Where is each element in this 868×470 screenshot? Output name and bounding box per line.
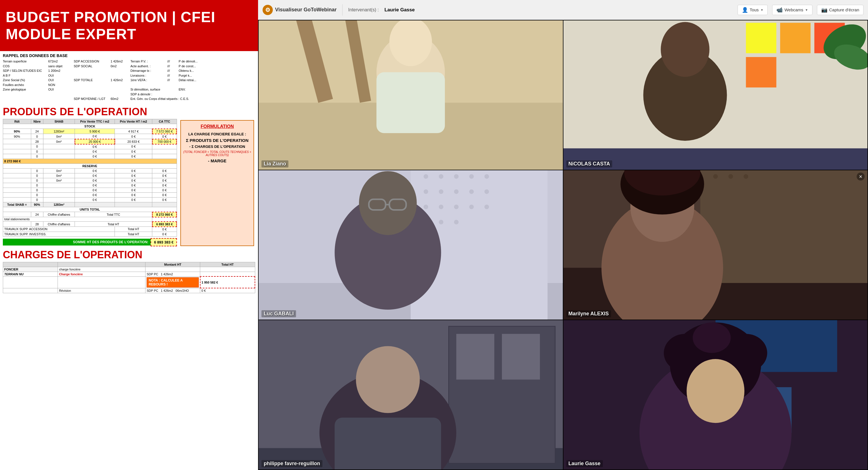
webcam-lia: Lia Ziano bbox=[258, 21, 563, 170]
cam-marilyne-label: Marilyne ALEXIS bbox=[566, 310, 611, 317]
svg-point-47 bbox=[359, 171, 417, 235]
budget-banner: BUDGET PROMOTION | CFEI MODULE EXPERT bbox=[0, 0, 258, 51]
col-ca-ttc: CA TTC bbox=[152, 119, 177, 124]
table-row: 00 €0 € bbox=[3, 144, 177, 149]
produits-section: PRODUITS DE L'OPERATION bbox=[0, 104, 258, 119]
capture-label: Capture d'écran bbox=[829, 7, 859, 12]
webinar-toolbar: ⚙ Visualiseur GoToWebinar Intervenant(s)… bbox=[258, 0, 868, 20]
cam-laurie-label: Laurie Gasse bbox=[566, 460, 603, 467]
svg-point-35 bbox=[454, 189, 459, 194]
budget-title: BUDGET PROMOTION | CFEI MODULE EXPERT bbox=[6, 9, 216, 42]
screenshot-icon: 📷 bbox=[821, 7, 828, 13]
svg-point-41 bbox=[469, 205, 474, 209]
produits-table-area: Rdt Nbre SHAB Prix Vente TTC / m2 Prix V… bbox=[3, 119, 177, 247]
cam-lia-label: Lia Ziano bbox=[261, 160, 288, 168]
travaux-acc-row: TRAVAUX SUPP. ACCESSION Total HT 0 € bbox=[3, 227, 177, 232]
svg-rect-53 bbox=[700, 170, 867, 283]
charges-table-area: Montant HT Total HT FONCIER charge fonci… bbox=[0, 261, 258, 294]
close-marilyne-btn[interactable]: × bbox=[857, 173, 865, 180]
formulation-title: FORMULATION bbox=[183, 124, 251, 129]
svg-point-45 bbox=[454, 220, 459, 225]
chevron-down-icon-2: ▼ bbox=[805, 8, 808, 12]
units-header: UNITS TOTAL bbox=[3, 207, 177, 212]
webcam-grid: Lia Ziano N bbox=[258, 20, 868, 470]
svg-point-32 bbox=[484, 174, 489, 179]
reserve-subtotal: 8 272 060 € bbox=[3, 159, 177, 164]
webcam-laurie: Laurie Gasse bbox=[563, 320, 868, 469]
charges-section: CHARGES DE L'OPERATION bbox=[0, 247, 258, 261]
col-rdt: Rdt bbox=[3, 119, 31, 124]
svg-point-90 bbox=[686, 359, 744, 423]
svg-rect-6 bbox=[377, 72, 445, 134]
produits-title: PRODUITS DE L'OPERATION bbox=[3, 106, 255, 118]
tous-button[interactable]: 👤 Tous ▼ bbox=[738, 5, 768, 15]
formulation-line4: (TOTAL FONCIER + TOTAL COUTS TECHNIQUES … bbox=[183, 150, 251, 157]
svg-rect-76 bbox=[456, 334, 494, 380]
rappel-section: RAPPEL DES DONNEES DE BASE Terrain super… bbox=[0, 51, 258, 104]
table-row: 00 €0 € bbox=[3, 149, 177, 154]
formulation-line2: Σ PRODUITS DE L'OPERATION bbox=[183, 138, 251, 143]
camera-icon: 📹 bbox=[776, 7, 783, 13]
svg-point-31 bbox=[469, 174, 474, 179]
presenter-label: Intervenant(s) : bbox=[348, 7, 379, 12]
terrain-value: 1 950 582 € bbox=[200, 276, 255, 288]
person-icon: 👤 bbox=[742, 7, 748, 13]
formulation-line3: - Σ CHARGES DE L'OPERATION bbox=[183, 144, 251, 149]
webinar-panel: ⚙ Visualiseur GoToWebinar Intervenant(s)… bbox=[258, 0, 868, 470]
svg-point-68 bbox=[744, 174, 748, 179]
chevron-down-icon: ▼ bbox=[761, 8, 764, 12]
col-pv-ttc: Prix Vente TTC / m2 bbox=[75, 119, 115, 124]
table-row: 00 €0 €0 € bbox=[3, 187, 177, 193]
capture-button[interactable]: 📷 Capture d'écran bbox=[817, 5, 864, 15]
svg-rect-12 bbox=[746, 23, 776, 53]
produits-content: Rdt Nbre SHAB Prix Vente TTC / m2 Prix V… bbox=[0, 119, 258, 247]
ca-ttc-row: 24 Chiffre d'affaires Total TTC 8 272 06… bbox=[3, 212, 177, 217]
produits-table: Rdt Nbre SHAB Prix Vente TTC / m2 Prix V… bbox=[3, 119, 177, 237]
svg-point-30 bbox=[454, 174, 459, 179]
svg-point-17 bbox=[661, 22, 710, 77]
formulation-box: FORMULATION LA CHARGE FONCIERE EGALE : Σ… bbox=[180, 120, 254, 246]
presenter-name: Laurie Gasse bbox=[384, 7, 415, 13]
formulation-line1: LA CHARGE FONCIERE EGALE : bbox=[183, 132, 251, 136]
svg-point-29 bbox=[439, 174, 443, 179]
charges-table: Montant HT Total HT FONCIER charge fonci… bbox=[3, 262, 255, 293]
col-shab: SHAB bbox=[43, 119, 74, 124]
webcams-button[interactable]: 📹 Webcams ▼ bbox=[772, 5, 812, 15]
svg-point-28 bbox=[424, 174, 428, 179]
table-row: 00m²0 €0 €0 € bbox=[3, 173, 177, 178]
svg-point-36 bbox=[469, 189, 474, 194]
cam-luc-label: Luc GABALI bbox=[261, 310, 296, 317]
revision-row: Révision SDP PC 1 426m2 06m/2HO 0 € bbox=[3, 288, 255, 293]
somme-label: SOMME HT DES PRODUITS DE L'OPERATION: bbox=[3, 239, 151, 245]
toolbar-divider bbox=[342, 4, 343, 16]
webinar-logo: ⚙ Visualiseur GoToWebinar bbox=[262, 5, 337, 15]
stock-header: STOCK bbox=[3, 124, 177, 129]
table-row: 90% 0 0m² 0 € 0 € 0 € bbox=[3, 134, 177, 139]
svg-rect-80 bbox=[335, 417, 441, 469]
terrain-nota-row: NOTA : CALCULEE A REBOURS ! 1 950 582 € bbox=[3, 276, 255, 288]
foncier-row: FONCIER charge foncière bbox=[3, 267, 255, 272]
svg-rect-13 bbox=[780, 23, 810, 53]
webcam-nicolas: NiCOLAS CASTA bbox=[563, 21, 868, 170]
svg-point-79 bbox=[356, 346, 420, 413]
tous-label: Tous bbox=[750, 7, 759, 12]
svg-rect-77 bbox=[502, 334, 540, 380]
svg-point-33 bbox=[424, 189, 428, 194]
table-row: 00m²0 €0 €0 € bbox=[3, 178, 177, 183]
webcam-marilyne: Marilyne ALEXIS × bbox=[563, 170, 868, 320]
cam-nicolas-label: NiCOLAS CASTA bbox=[566, 160, 613, 168]
svg-point-34 bbox=[439, 189, 443, 194]
total-shab-row: Total SHAB = 90% 1283m² bbox=[3, 202, 177, 207]
travaux-inv-row: TRAVAUX SUPP. INVESTISS. Total HT 0 € bbox=[3, 232, 177, 236]
table-row: 90% 24 1283m² 5 900 € 4 917 € 7 572 060 … bbox=[3, 129, 177, 134]
table-row: 00 €0 €0 € bbox=[3, 183, 177, 187]
col-pv-ht: Prix Vente HT / m2 bbox=[115, 119, 152, 124]
statio-row: total stationnements bbox=[3, 217, 177, 222]
somme-bar: SOMME HT DES PRODUITS DE L'OPERATION: 6 … bbox=[3, 237, 177, 247]
svg-point-67 bbox=[728, 174, 733, 179]
webcams-label: Webcams bbox=[784, 7, 803, 12]
cam-philippe-label: philippe favre-reguillon bbox=[261, 460, 322, 467]
svg-point-89 bbox=[692, 322, 731, 353]
nota-button[interactable]: NOTA : CALCULEE A REBOURS ! bbox=[147, 277, 199, 288]
formulation-line5: - MARGE bbox=[183, 158, 251, 163]
